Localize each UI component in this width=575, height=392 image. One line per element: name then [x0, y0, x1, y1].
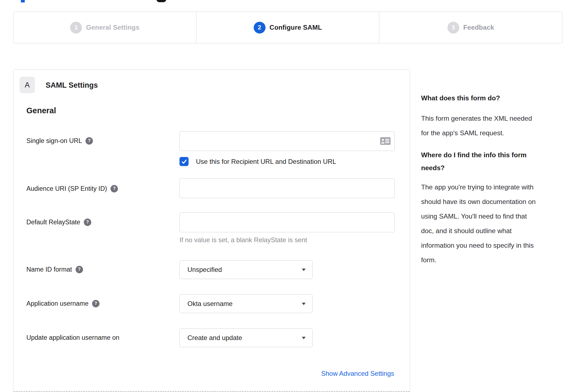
sso-url-help-icon[interactable]: ?: [85, 137, 93, 145]
step-1-circle: 1: [70, 22, 82, 34]
relaystate-input-wrap: [179, 212, 395, 232]
step-3-circle: 3: [447, 22, 459, 34]
app-username-help-icon[interactable]: ?: [92, 300, 99, 307]
audience-uri-input[interactable]: [179, 178, 395, 198]
step-2-circle: 2: [254, 22, 266, 34]
nameid-format-label: Name ID format: [26, 265, 72, 274]
cropped-header-blue-fragment: [21, 0, 25, 2]
chevron-down-icon: [302, 303, 306, 305]
relaystate-label-row: Default RelayState ?: [26, 218, 91, 226]
saml-settings-card: A SAML Settings General Single sign-on U…: [13, 69, 410, 392]
sso-url-label-row: Single sign-on URL ?: [26, 137, 93, 145]
help-answer-2: The app you're trying to integrate with …: [421, 180, 565, 267]
audience-uri-help-icon[interactable]: ?: [110, 185, 118, 192]
step-3-label: Feedback: [463, 24, 494, 31]
help-question-2: Where do I find the info this form needs…: [421, 148, 565, 174]
general-group-heading: General: [26, 106, 56, 115]
relaystate-help-icon[interactable]: ?: [84, 219, 91, 226]
step-general-settings[interactable]: 1 General Settings: [13, 12, 196, 43]
wizard-stepper: 1 General Settings 2 Configure SAML 3 Fe…: [13, 12, 562, 43]
nameid-format-select[interactable]: Unspecified: [179, 260, 313, 279]
recipient-url-checkbox-row: Use this for Recipient URL and Destinati…: [179, 157, 336, 166]
sso-url-label: Single sign-on URL: [26, 137, 82, 145]
help-question-1: What does this form do?: [421, 92, 565, 104]
update-username-label-row: Update application username on: [26, 333, 119, 342]
app-username-value: Okta username: [187, 300, 233, 308]
section-a-badge: A: [20, 77, 35, 93]
chevron-down-icon: [302, 337, 306, 339]
help-panel: What does this form do? This form genera…: [421, 92, 565, 267]
update-username-value: Create and update: [187, 334, 242, 342]
section-title: SAML Settings: [46, 81, 98, 90]
cropped-header-icon-fragment: [156, 0, 166, 2]
nameid-format-value: Unspecified: [187, 266, 222, 274]
chevron-down-icon: [302, 269, 306, 271]
step-feedback[interactable]: 3 Feedback: [379, 12, 562, 43]
app-username-select[interactable]: Okta username: [179, 294, 313, 313]
nameid-format-label-row: Name ID format ?: [26, 265, 83, 274]
relaystate-input[interactable]: [179, 212, 395, 232]
relaystate-helper-text: If no value is set, a blank RelayState i…: [179, 236, 307, 244]
update-username-label: Update application username on: [26, 333, 119, 342]
recipient-url-checkbox[interactable]: [179, 157, 189, 166]
sso-url-input[interactable]: [179, 131, 395, 151]
show-advanced-settings-link[interactable]: Show Advanced Settings: [321, 370, 394, 377]
audience-uri-input-wrap: [179, 178, 395, 198]
step-1-label: General Settings: [86, 24, 139, 31]
recipient-url-checkbox-label: Use this for Recipient URL and Destinati…: [196, 158, 336, 165]
step-2-label: Configure SAML: [270, 24, 322, 31]
sso-url-input-wrap: [179, 131, 395, 151]
checkmark-icon: [181, 158, 187, 165]
update-username-select[interactable]: Create and update: [179, 328, 313, 347]
relaystate-label: Default RelayState: [26, 218, 80, 226]
help-answer-1: This form generates the XML needed for t…: [421, 111, 565, 140]
contact-card-icon: [380, 137, 391, 145]
audience-uri-label: Audience URI (SP Entity ID): [26, 184, 107, 193]
app-username-label-row: Application username ?: [26, 299, 99, 308]
app-username-label: Application username: [26, 299, 89, 308]
nameid-format-help-icon[interactable]: ?: [76, 266, 83, 273]
step-configure-saml[interactable]: 2 Configure SAML: [196, 12, 379, 43]
audience-uri-label-row: Audience URI (SP Entity ID) ?: [26, 184, 118, 193]
